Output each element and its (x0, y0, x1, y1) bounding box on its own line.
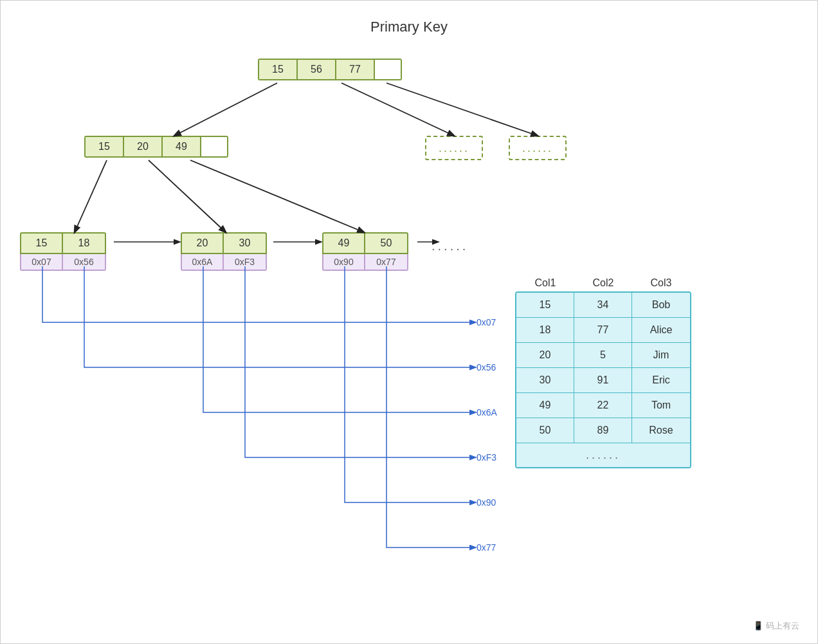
main-container: Primary Key 15 56 77 15 20 49 ...... ...… (0, 0, 818, 644)
table-dots: ...... (516, 448, 690, 462)
cell-2-2: Jim (632, 343, 690, 367)
dashed-node-1: ...... (425, 136, 483, 160)
svg-line-5 (190, 160, 364, 232)
table-row: 18 77 Alice (516, 318, 690, 343)
leaf1-bottom: 0x07 0x56 (20, 254, 106, 271)
table-row: 30 91 Eric (516, 368, 690, 393)
cell-5-0: 50 (516, 418, 574, 443)
cell-4-2: Tom (632, 393, 690, 418)
root-node: 15 56 77 (258, 59, 402, 80)
leaf-node-2: 20 30 0x6A 0xF3 (181, 232, 267, 271)
watermark: 📱 码上有云 (753, 620, 799, 632)
col-headers: Col1 Col2 Col3 (515, 277, 691, 289)
col-header-0: Col1 (516, 277, 574, 289)
table-row: 50 89 Rose (516, 418, 690, 443)
table-row: 20 5 Jim (516, 343, 690, 368)
table-dots-row: ...... (516, 443, 690, 467)
table-row: 49 22 Tom (516, 393, 690, 418)
data-table: 15 34 Bob 18 77 Alice 20 5 Jim 30 91 Eri… (515, 291, 691, 468)
root-cell-1: 56 (298, 60, 336, 79)
cell-5-1: 89 (574, 418, 632, 443)
leaf3-top: 49 50 (322, 232, 408, 254)
cell-3-1: 91 (574, 368, 632, 392)
cell-0-0: 15 (516, 293, 574, 317)
leaf1-top-0: 15 (21, 234, 63, 253)
svg-line-4 (149, 160, 226, 232)
addr-0x07: 0x07 (477, 317, 496, 327)
l2-cell-0: 15 (86, 137, 124, 156)
col-header-1: Col2 (574, 277, 632, 289)
leaf1-bot-1: 0x56 (63, 254, 105, 270)
leaf-node-3: 49 50 0x90 0x77 (322, 232, 408, 271)
leaf3-bot-0: 0x90 (323, 254, 365, 270)
cell-2-0: 20 (516, 343, 574, 367)
svg-line-3 (75, 160, 107, 232)
leaf3-bottom: 0x90 0x77 (322, 254, 408, 271)
leaf2-top-1: 30 (224, 234, 266, 253)
level2-node: 15 20 49 (84, 136, 228, 158)
dashed-node-2: ...... (509, 136, 567, 160)
addr-0x90: 0x90 (477, 497, 496, 508)
svg-line-1 (341, 83, 454, 136)
cell-4-1: 22 (574, 393, 632, 418)
leaf-node-1: 15 18 0x07 0x56 (20, 232, 106, 271)
leaf3-top-1: 50 (365, 234, 407, 253)
leaf3-bot-1: 0x77 (365, 254, 407, 270)
leaf-dots: ...... (432, 239, 468, 253)
cell-4-0: 49 (516, 393, 574, 418)
root-cell-3 (375, 60, 401, 79)
root-cell-0: 15 (259, 60, 298, 79)
cell-1-2: Alice (632, 318, 690, 342)
addr-0x56: 0x56 (477, 362, 496, 373)
root-cell-2: 77 (336, 60, 375, 79)
cell-3-2: Eric (632, 368, 690, 392)
svg-line-0 (174, 83, 277, 136)
cell-5-2: Rose (632, 418, 690, 443)
addr-0xf3: 0xF3 (477, 452, 496, 463)
leaf1-bot-0: 0x07 (21, 254, 63, 270)
col-header-2: Col3 (632, 277, 690, 289)
table-row: 15 34 Bob (516, 293, 690, 318)
leaf1-top-1: 18 (63, 234, 105, 253)
l2-cell-3 (201, 137, 227, 156)
addr-0x77: 0x77 (477, 542, 496, 553)
svg-line-2 (386, 83, 538, 136)
cell-1-0: 18 (516, 318, 574, 342)
page-title: Primary Key (1, 19, 817, 35)
leaf2-bottom: 0x6A 0xF3 (181, 254, 267, 271)
leaf3-top-0: 49 (323, 234, 365, 253)
l2-cell-2: 49 (163, 137, 201, 156)
cell-1-1: 77 (574, 318, 632, 342)
addr-0x6a: 0x6A (477, 407, 497, 418)
cell-3-0: 30 (516, 368, 574, 392)
cell-2-1: 5 (574, 343, 632, 367)
leaf2-top: 20 30 (181, 232, 267, 254)
cell-0-1: 34 (574, 293, 632, 317)
l2-cell-1: 20 (124, 137, 163, 156)
leaf1-top: 15 18 (20, 232, 106, 254)
cell-0-2: Bob (632, 293, 690, 317)
data-table-area: Col1 Col2 Col3 15 34 Bob 18 77 Alice 20 … (515, 277, 691, 468)
leaf2-bot-0: 0x6A (182, 254, 224, 270)
leaf2-top-0: 20 (182, 234, 224, 253)
arrows-svg (1, 1, 818, 644)
leaf2-bot-1: 0xF3 (224, 254, 266, 270)
